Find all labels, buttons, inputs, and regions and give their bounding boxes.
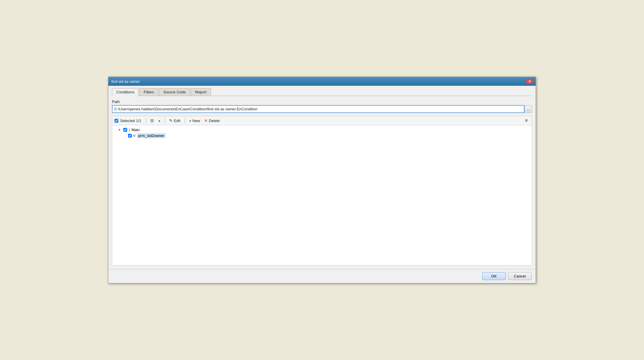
edit-button[interactable]: Edit [167,118,182,124]
checkbox-prm[interactable] [128,134,132,138]
main-node-label: Main [132,128,140,132]
conditions-tree: ▼ ƒ Main IF prm_sid2owner [112,125,532,265]
menu-icon [525,118,528,123]
conditions-toolbar: Selected 1/1 Edit New Delete [112,116,532,125]
tab-conditions[interactable]: Conditions [112,88,139,96]
new-button[interactable]: New [187,118,202,124]
tab-source-code[interactable]: Source Code [159,88,190,96]
tab-bar: Conditions Filters Source Code Report [112,88,532,96]
dialog-footer: OK Cancel [108,269,536,283]
menu-button[interactable] [523,117,529,124]
tab-filters[interactable]: Filters [139,88,158,96]
function-icon-main: ƒ [128,128,130,132]
dropdown-button[interactable] [156,118,162,124]
toolbar-separator-2 [165,118,165,123]
tab-report[interactable]: Report [191,88,211,96]
tree-node-main: ▼ ƒ Main [113,127,531,133]
toolbar-separator-3 [185,118,185,123]
dropdown-icon [158,118,161,123]
main-dialog: find sid as owner ✕ Conditions Filters S… [108,77,536,283]
pencil-icon [169,118,173,123]
select-all-checkbox[interactable] [115,119,118,123]
dialog-body: Conditions Filters Source Code Report Pa… [108,86,536,269]
ok-button[interactable]: OK [482,272,506,280]
save-icon [150,118,154,123]
close-button[interactable]: ✕ [526,79,533,84]
path-row: ... [112,105,532,113]
delete-label: Delete [209,119,220,123]
cancel-button[interactable]: Cancel [508,272,531,280]
edit-label: Edit [174,119,180,123]
tree-node-prm: IF prm_sid2owner [113,133,531,139]
new-icon [189,118,191,123]
new-label: New [192,119,200,123]
path-input[interactable] [112,105,524,113]
selected-label: Selected 1/1 [120,119,141,123]
delete-icon [204,118,208,123]
save-button[interactable] [149,118,156,124]
prm-node-label: prm_sid2owner [137,133,166,138]
if-icon-prm: IF [133,134,136,138]
path-label: Path [112,100,532,104]
dialog-title: find sid as owner [111,79,140,84]
toolbar-separator-1 [146,118,146,123]
checkbox-main[interactable] [123,128,127,132]
collapse-arrow-main[interactable]: ▼ [118,128,122,131]
browse-button[interactable]: ... [524,106,532,113]
delete-button[interactable]: Delete [202,118,222,124]
title-bar: find sid as owner ✕ [108,77,536,86]
